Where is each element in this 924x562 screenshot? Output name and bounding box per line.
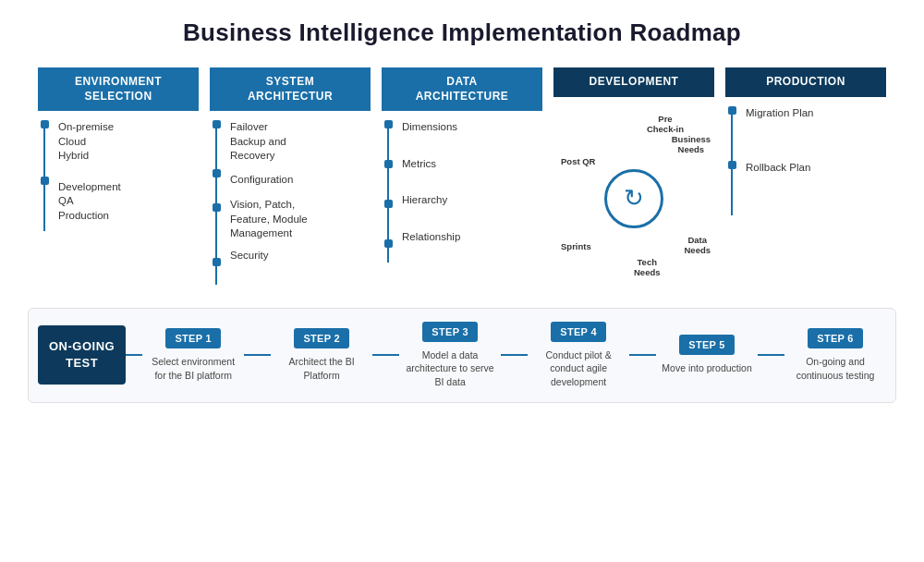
ongoing-box: ON-GOING TEST [38, 325, 126, 385]
sys-item-1: FailoverBackup andRecovery [230, 120, 371, 164]
data-gap-3 [402, 208, 542, 230]
column-data-arch: DATAARCHITECTURE Dimensions Metrics [376, 67, 548, 263]
data-item-3: Hierarchy [402, 193, 542, 208]
data-dot-2 [384, 160, 393, 168]
step-item-4: STEP 4 Conduct pilot & conduct agile dev… [528, 322, 629, 389]
sys-dot-1 [213, 120, 221, 128]
column-sys-arch: SYSTEMARCHITECTUR FailoverBackup andReco… [204, 67, 376, 285]
sys-item-3: Vision, Patch,Feature, ModuleManagement [230, 198, 371, 241]
prod-items: Migration Plan Rollback Plan [738, 106, 886, 224]
dev-label-post-qr: Post QR [561, 156, 595, 166]
data-track [382, 120, 395, 263]
env-dot-2 [41, 177, 49, 185]
sys-item-4: Security [230, 249, 371, 263]
bottom-section: ON-GOING TEST STEP 1 Select environment … [28, 308, 896, 403]
sys-line-1 [215, 128, 217, 169]
dev-label-business-needs: BusinessNeeds [672, 134, 711, 155]
sys-line-4 [215, 266, 217, 285]
sys-gap-1 [230, 164, 371, 173]
env-line-2 [43, 185, 45, 231]
dev-cycle-circle: ↻ [604, 169, 663, 228]
data-line-4 [387, 248, 389, 263]
hline-3 [501, 354, 528, 356]
env-gap-1 [58, 164, 199, 180]
data-body: Dimensions Metrics Hierarchy Relationshi… [382, 120, 542, 263]
prod-line-2 [731, 169, 733, 215]
dev-label-tech-needs: TechNeeds [634, 257, 661, 278]
hline-start [126, 354, 142, 356]
data-item-2: Metrics [402, 157, 542, 172]
prod-dot-2 [728, 161, 736, 169]
top-section: ENVIRONMENTSELECTION On-premiseCloudHybr… [28, 67, 896, 291]
col-header-dev: DEVELOPMENT [553, 67, 714, 97]
column-production: PRODUCTION Migration Plan Rollback Plan [720, 67, 892, 224]
main-container: Business Intelligence Implementation Roa… [0, 0, 924, 562]
env-dot-1 [41, 120, 49, 128]
step-2-desc: Architect the BI Platform [274, 355, 371, 382]
data-gap-2 [402, 171, 542, 193]
data-line-1 [387, 128, 389, 160]
prod-line-1 [731, 115, 733, 161]
prod-track [725, 106, 738, 224]
prod-item-1: Migration Plan [746, 106, 886, 121]
sys-dot-3 [213, 203, 221, 212]
step-item-3: STEP 3 Model a data architecture to serv… [399, 322, 501, 389]
step-4-desc: Conduct pilot & conduct agile developmen… [530, 348, 627, 389]
env-track [38, 120, 51, 239]
data-item-1: Dimensions [402, 120, 542, 135]
hline-2 [372, 354, 399, 356]
data-dot-3 [384, 200, 393, 208]
step-1-label: STEP 1 [165, 328, 221, 348]
sys-track [210, 120, 223, 285]
step-item-1: STEP 1 Select environment for the BI pla… [142, 328, 244, 382]
steps-connector: STEP 1 Select environment for the BI pla… [126, 322, 886, 389]
col-header-prod: PRODUCTION [725, 67, 886, 97]
dev-label-pre-checkin: PreCheck-in [647, 114, 684, 135]
env-items: On-premiseCloudHybrid DevelopmentQAProdu… [51, 120, 199, 239]
sys-item-2: Configuration [230, 173, 371, 188]
column-env-selection: ENVIRONMENTSELECTION On-premiseCloudHybr… [32, 67, 204, 239]
column-development: DEVELOPMENT ↻ PreCheck-in BusinessNeeds … [548, 67, 720, 291]
sys-items: FailoverBackup andRecovery Configuration… [223, 120, 371, 285]
sys-dot-2 [213, 169, 221, 177]
col-header-sys: SYSTEMARCHITECTUR [210, 67, 371, 111]
data-dot-4 [384, 239, 393, 248]
sys-gap-2 [230, 187, 371, 198]
prod-gap-1 [746, 120, 886, 161]
step-4-label: STEP 4 [551, 322, 606, 342]
sys-body: FailoverBackup andRecovery Configuration… [210, 120, 371, 285]
col-header-env: ENVIRONMENTSELECTION [38, 67, 199, 111]
sys-line-2 [215, 177, 217, 203]
main-title: Business Intelligence Implementation Roa… [28, 18, 896, 47]
data-gap-1 [402, 135, 542, 157]
data-items: Dimensions Metrics Hierarchy Relationshi… [395, 120, 542, 263]
step-5-desc: Move into production [662, 361, 751, 375]
step-item-5: STEP 5 Move into production [656, 335, 758, 375]
sys-dot-4 [213, 258, 221, 266]
col-header-data: DATAARCHITECTURE [382, 67, 542, 111]
sys-gap-3 [230, 241, 371, 249]
dev-cycle-arrows: ↻ [624, 184, 644, 213]
hline-1 [244, 354, 271, 356]
prod-dot-1 [728, 106, 736, 115]
data-line-3 [387, 208, 389, 239]
sys-line-3 [215, 212, 217, 258]
hline-5 [758, 354, 784, 356]
data-dot-1 [384, 120, 393, 128]
step-1-desc: Select environment for the BI platform [145, 355, 242, 382]
step-6-label: STEP 6 [808, 328, 863, 348]
dev-diagram: ↻ PreCheck-in BusinessNeeds DataNeeds Te… [553, 106, 714, 291]
dev-label-data-needs: DataNeeds [684, 235, 711, 256]
data-line-2 [387, 168, 389, 200]
prod-item-2: Rollback Plan [746, 161, 886, 176]
step-3-desc: Model a data architecture to serve BI da… [402, 348, 499, 389]
step-6-desc: On-going and continuous testing [787, 355, 884, 382]
dev-label-sprints: Sprints [561, 241, 591, 251]
env-item-2: DevelopmentQAProduction [58, 180, 199, 224]
env-line-1 [43, 128, 45, 177]
hline-4 [629, 354, 656, 356]
env-body: On-premiseCloudHybrid DevelopmentQAProdu… [38, 120, 199, 239]
step-5-label: STEP 5 [679, 335, 735, 355]
env-item-1: On-premiseCloudHybrid [58, 120, 199, 164]
step-2-label: STEP 2 [294, 328, 349, 348]
